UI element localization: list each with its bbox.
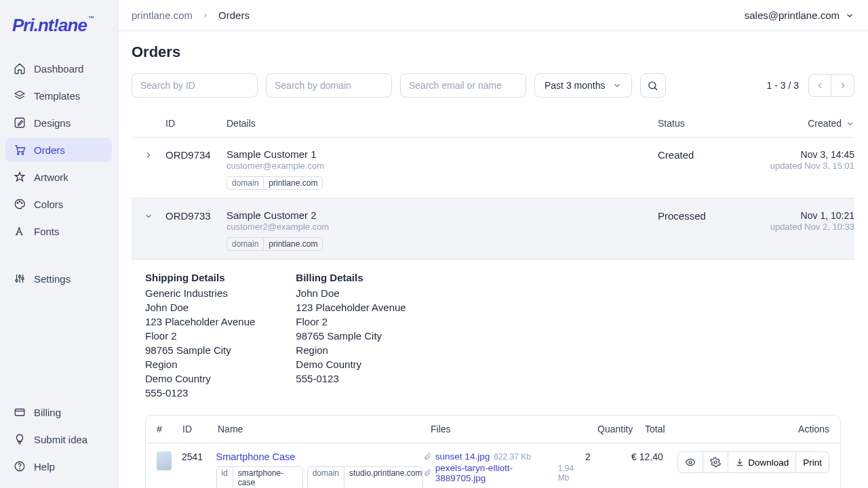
item-name[interactable]: Smartphone Case <box>216 451 423 462</box>
svg-point-14 <box>714 461 717 464</box>
cart-icon <box>14 144 26 156</box>
lightbulb-icon <box>14 433 26 445</box>
sidebar-item-orders[interactable]: Orders <box>5 138 112 162</box>
paperclip-icon <box>423 469 431 477</box>
svg-point-4 <box>19 201 20 203</box>
layers-icon <box>14 89 26 102</box>
nav-main: Dashboard Templates Designs Orders Artwo… <box>5 56 112 400</box>
view-button[interactable] <box>677 451 703 473</box>
chevron-down-icon <box>845 11 854 20</box>
line-items-table: # ID Name Files Quantity Total Actions 2… <box>145 415 841 488</box>
breadcrumb-root[interactable]: printlane.com <box>132 9 193 21</box>
col-details: Details <box>226 118 658 129</box>
next-page-button[interactable] <box>831 74 854 97</box>
svg-point-6 <box>16 280 18 282</box>
breadcrumb: printlane.com Orders <box>132 9 250 21</box>
updated-at: updated Nov 2, 10:33 <box>746 222 854 232</box>
updated-at: updated Nov 3, 15:01 <box>746 161 854 171</box>
nav-label: Colors <box>34 199 63 210</box>
nav-label: Billing <box>34 407 61 418</box>
customer-email: customer@example.com <box>226 161 658 171</box>
sidebar-item-fonts[interactable]: Fonts <box>5 219 112 243</box>
credit-card-icon <box>14 406 26 418</box>
prev-page-button[interactable] <box>808 74 831 97</box>
topbar: printlane.com Orders sales@printlane.com <box>118 0 868 31</box>
chevron-right-icon <box>202 12 209 19</box>
search-email-input[interactable] <box>400 73 526 98</box>
print-button[interactable]: Print <box>796 451 829 473</box>
download-button[interactable]: Download <box>728 451 796 473</box>
nav-label: Dashboard <box>34 63 83 75</box>
chevron-down-icon <box>846 119 854 128</box>
svg-point-3 <box>17 203 18 204</box>
sidebar: Pri.nt!ane™ Dashboard Templates Designs … <box>0 0 118 488</box>
gear-icon <box>710 457 721 468</box>
sidebar-item-designs[interactable]: Designs <box>5 110 112 135</box>
nav-label: Orders <box>34 144 65 156</box>
file-link[interactable]: sunset 14.jpg622.37 Kb <box>423 451 585 462</box>
file-link[interactable]: pexels-taryn-elliott-3889705.jpg1.94 Mb <box>423 463 585 483</box>
palette-icon <box>14 198 26 210</box>
order-id: ORD9734 <box>165 148 226 161</box>
sidebar-item-artwork[interactable]: Artwork <box>5 165 112 189</box>
settings-button[interactable] <box>703 451 728 473</box>
sidebar-item-submit-idea[interactable]: Submit idea <box>5 427 112 451</box>
col-status: Status <box>658 118 746 129</box>
breadcrumb-current: Orders <box>218 9 250 21</box>
svg-point-8 <box>22 278 24 280</box>
svg-point-11 <box>20 468 20 469</box>
filters-bar: Past 3 months 1 - 3 / 3 <box>132 73 854 98</box>
logo[interactable]: Pri.nt!ane™ <box>12 15 105 36</box>
sidebar-item-billing[interactable]: Billing <box>5 400 112 424</box>
sidebar-item-dashboard[interactable]: Dashboard <box>5 56 112 81</box>
sidebar-item-templates[interactable]: Templates <box>5 83 112 108</box>
order-detail: Shipping Details Generic Industries John… <box>132 260 854 488</box>
order-id: ORD9733 <box>165 209 226 222</box>
nav-label: Settings <box>34 273 71 285</box>
product-thumbnail <box>157 451 172 470</box>
created-at: Nov 3, 14:45 <box>746 149 854 160</box>
nav-label: Designs <box>34 117 71 129</box>
domain-tag: domainstudio.printlane.com <box>307 466 423 488</box>
download-icon <box>735 458 745 467</box>
account-menu[interactable]: sales@printlane.com <box>745 9 854 21</box>
font-icon <box>14 225 26 237</box>
nav-bottom: Billing Submit idea Help <box>5 400 112 479</box>
svg-point-13 <box>689 461 692 464</box>
date-range-select[interactable]: Past 3 months <box>534 73 632 98</box>
account-email: sales@printlane.com <box>745 9 840 21</box>
sidebar-item-settings[interactable]: Settings <box>5 266 112 291</box>
sidebar-item-colors[interactable]: Colors <box>5 192 112 216</box>
search-icon <box>647 80 658 92</box>
id-tag: idsmartphone-case <box>216 466 303 488</box>
nav-label: Submit idea <box>34 434 87 445</box>
search-domain-input[interactable] <box>266 73 392 98</box>
customer-name: Sample Customer 1 <box>226 148 658 160</box>
expand-toggle[interactable] <box>132 209 165 221</box>
col-created[interactable]: Created <box>746 118 854 129</box>
orders-table-head: ID Details Status Created <box>132 113 854 138</box>
page-title: Orders <box>132 43 854 61</box>
nav-label: Templates <box>34 90 80 102</box>
search-id-input[interactable] <box>132 73 258 98</box>
customer-email: customer2@example.com <box>226 222 658 232</box>
domain-tag: domainprintlane.com <box>226 176 323 190</box>
sidebar-item-help[interactable]: Help <box>5 454 112 479</box>
svg-point-7 <box>19 276 21 278</box>
order-status: Created <box>658 148 746 161</box>
search-button[interactable] <box>640 73 666 98</box>
expand-toggle[interactable] <box>132 148 165 160</box>
logo-text: Pri.nt!ane <box>12 15 87 35</box>
nav-label: Artwork <box>34 171 68 183</box>
sliders-icon <box>14 272 26 285</box>
eye-icon <box>685 457 696 468</box>
nav-label: Help <box>34 461 55 472</box>
svg-point-2 <box>22 153 23 155</box>
svg-point-1 <box>18 153 19 155</box>
date-range-value: Past 3 months <box>545 80 606 91</box>
content: Orders Past 3 months 1 - 3 / 3 <box>118 31 868 488</box>
svg-point-5 <box>21 203 22 204</box>
customer-name: Sample Customer 2 <box>226 209 658 221</box>
svg-point-12 <box>649 81 656 88</box>
home-icon <box>14 62 26 75</box>
